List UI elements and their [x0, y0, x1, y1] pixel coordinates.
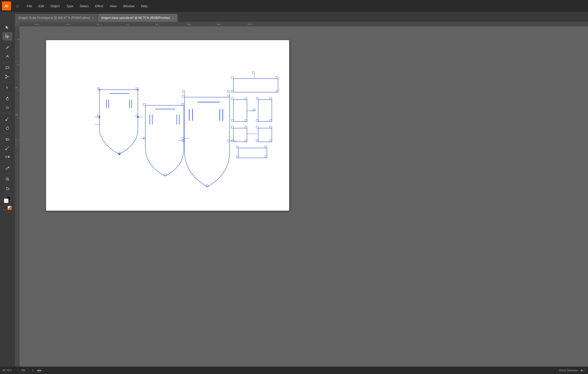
artwork	[46, 40, 289, 211]
tab-1-close[interactable]: ×	[172, 16, 174, 20]
blend-tool[interactable]	[2, 153, 12, 161]
svg-rect-189	[265, 156, 267, 158]
canvas-area[interactable]	[19, 26, 588, 367]
svg-text:150: 150	[217, 23, 220, 26]
tabs-bar: Dragon Scale Prototype.ai @ 400.47 % (RG…	[0, 12, 588, 22]
menu-edit[interactable]: Edit	[35, 3, 47, 9]
svg-point-2	[7, 48, 8, 48]
menu-file[interactable]: File	[24, 3, 35, 9]
menu-object[interactable]: Object	[47, 3, 63, 9]
color-controls: ⊘	[3, 206, 12, 210]
svg-point-24	[8, 167, 8, 168]
svg-text:-100: -100	[65, 23, 69, 26]
horizontal-ruler: -150 -100 -50 0 50 100 150 200	[19, 22, 588, 26]
svg-rect-143	[183, 95, 185, 97]
svg-rect-144	[228, 95, 230, 97]
svg-text:0: 0	[15, 61, 16, 62]
status-separator-2: |	[29, 369, 29, 372]
tool-separator-7	[3, 162, 12, 163]
menu-bar: Ai ⌂ File Edit Object Type Select Effect…	[0, 0, 588, 12]
vertical-ruler: 5 0 50 100 5 0 0	[15, 26, 19, 367]
svg-point-26	[8, 168, 9, 168]
svg-rect-183	[256, 140, 258, 142]
svg-text:0: 0	[15, 144, 16, 145]
svg-rect-169	[256, 98, 258, 100]
selection-tool[interactable]	[2, 23, 12, 32]
svg-rect-168	[258, 100, 272, 121]
menu-window[interactable]: Window	[120, 3, 137, 9]
svg-point-14	[6, 127, 9, 130]
eyedropper-tool[interactable]	[2, 144, 12, 152]
svg-marker-11	[7, 97, 8, 98]
tab-0-close[interactable]: ×	[92, 16, 94, 20]
shield-group-2	[140, 103, 189, 176]
tab-0[interactable]: Dragon Scale Prototype.ai @ 400.47 % (RG…	[15, 14, 97, 22]
paintbrush-tool[interactable]	[2, 115, 12, 123]
menu-select[interactable]: Select	[77, 3, 92, 9]
exploded-group	[231, 72, 278, 158]
tool-separator-1	[3, 42, 12, 42]
status-arrow-icon: ▶ ╱	[581, 369, 586, 372]
svg-line-28	[8, 180, 9, 181]
eraser-tool[interactable]	[2, 135, 12, 143]
svg-rect-175	[231, 126, 233, 128]
svg-rect-188	[236, 156, 238, 158]
fill-swatch[interactable]	[4, 199, 8, 203]
svg-point-7	[5, 75, 6, 76]
svg-rect-123	[97, 88, 99, 90]
svg-rect-167	[253, 109, 255, 111]
menu-help[interactable]: Help	[138, 3, 151, 9]
svg-rect-185	[238, 148, 267, 158]
home-icon[interactable]: ⌂	[13, 2, 21, 10]
svg-line-17	[7, 139, 7, 140]
svg-rect-186	[236, 146, 238, 148]
svg-point-13	[6, 120, 7, 121]
direct-selection-tool[interactable]	[2, 32, 12, 41]
svg-point-23	[6, 168, 7, 170]
svg-rect-161	[233, 100, 247, 121]
svg-text:-50: -50	[96, 23, 99, 26]
svg-point-20	[5, 156, 7, 158]
zoom-level[interactable]: 66.75%	[2, 369, 15, 372]
svg-text:50: 50	[15, 87, 17, 88]
rotate-tool[interactable]	[2, 95, 12, 103]
blob-brush-tool[interactable]	[2, 124, 12, 132]
svg-point-21	[8, 156, 9, 158]
svg-rect-152	[183, 90, 185, 92]
rectangle-tool[interactable]	[2, 63, 12, 72]
svg-rect-131	[143, 103, 145, 105]
svg-rect-165	[245, 119, 247, 121]
artboard-arrows[interactable]: ◀ ▶	[37, 369, 41, 372]
menu-effect[interactable]: Effect	[92, 3, 106, 9]
pen-tool[interactable]	[2, 43, 12, 52]
svg-text:100: 100	[186, 23, 190, 26]
color-swatches[interactable]	[3, 196, 12, 205]
type-tool[interactable]: T	[2, 84, 12, 92]
artboard	[46, 40, 289, 211]
none-icon[interactable]: ⊘	[3, 206, 7, 210]
curvature-tool[interactable]	[2, 52, 12, 61]
svg-line-15	[7, 126, 8, 127]
svg-text:200: 200	[248, 23, 251, 26]
app-logo: Ai	[2, 1, 11, 10]
zoom-tool[interactable]	[2, 175, 12, 183]
tool-name: Direct Selection	[559, 369, 578, 372]
menu-view[interactable]: View	[107, 3, 120, 9]
svg-text:-150: -150	[34, 23, 38, 26]
scissors-tool[interactable]	[2, 72, 12, 81]
tab-1[interactable]: dragon slave upscale.ai* @ 66.75 % (RGB/…	[98, 14, 178, 22]
status-separator-1: |	[18, 369, 19, 372]
menu-type[interactable]: Type	[63, 3, 76, 9]
swap-icon[interactable]	[8, 206, 12, 210]
svg-point-25	[9, 167, 9, 167]
reflect-tool[interactable]	[2, 104, 12, 112]
svg-text:5: 5	[15, 139, 16, 141]
symbol-sprayer-tool[interactable]	[2, 164, 12, 172]
svg-rect-155	[231, 77, 233, 79]
svg-text:T: T	[6, 86, 8, 90]
hand-tool[interactable]	[2, 184, 12, 192]
svg-rect-184	[270, 140, 272, 142]
more-tools[interactable]: ···	[6, 211, 8, 214]
svg-rect-160	[252, 72, 254, 74]
svg-marker-0	[6, 26, 9, 29]
